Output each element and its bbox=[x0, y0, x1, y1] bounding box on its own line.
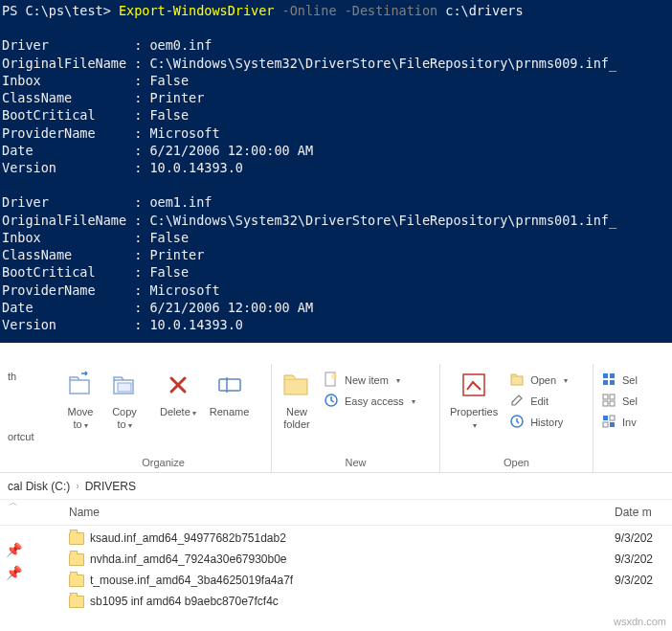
ps-flags: -Online -Destination bbox=[274, 3, 445, 18]
new-folder-button[interactable]: New folder bbox=[276, 366, 318, 433]
list-item[interactable]: sb1095 inf amd64 b9aebc870e7fcf4c bbox=[69, 591, 672, 612]
folder-icon bbox=[69, 575, 84, 587]
svg-rect-0 bbox=[70, 380, 89, 394]
group-new: New folder New item▾ Easy access▾ New bbox=[272, 364, 440, 472]
svg-rect-17 bbox=[610, 394, 615, 399]
rename-button[interactable]: Rename bbox=[204, 366, 256, 420]
new-folder-icon bbox=[281, 370, 312, 400]
ps-arg: c:\drivers bbox=[445, 3, 523, 18]
group-organize: Move to▾ Copy to▾ Delete▾ Rename bbox=[56, 364, 272, 472]
folder-icon bbox=[69, 532, 84, 545]
properties-icon bbox=[459, 370, 489, 400]
output-line: OriginalFileName : C:\Windows\System32\D… bbox=[2, 213, 616, 228]
watermark: wsxdn.com bbox=[614, 616, 666, 627]
svg-rect-18 bbox=[603, 401, 608, 406]
invert-selection-button[interactable]: Inv bbox=[597, 412, 641, 433]
breadcrumb[interactable]: cal Disk (C:) › DRIVERS bbox=[0, 473, 672, 500]
select-all-icon bbox=[601, 372, 616, 389]
output-line: Inbox : False bbox=[2, 230, 189, 245]
move-to-icon bbox=[65, 370, 96, 400]
output-line: Version : 10.0.14393.0 bbox=[2, 317, 243, 332]
new-item-button[interactable]: New item▾ bbox=[320, 370, 419, 391]
svg-rect-2 bbox=[118, 383, 131, 392]
svg-rect-14 bbox=[603, 380, 608, 385]
caret-up-icon[interactable]: ︿ bbox=[2, 496, 25, 509]
powershell-console: PS C:\ps\test> Export-WindowsDriver -Onl… bbox=[0, 0, 672, 343]
group-open: Properties▾ Open▾ Edit History Open bbox=[440, 364, 594, 472]
svg-rect-12 bbox=[603, 373, 608, 378]
list-item[interactable]: nvhda.inf_amd64_7924a30e67930b0e 9/3/202 bbox=[69, 549, 672, 570]
svg-rect-5 bbox=[284, 379, 307, 394]
easy-access-button[interactable]: Easy access▾ bbox=[320, 391, 419, 412]
output-line: ClassName : Printer bbox=[2, 247, 204, 262]
svg-point-7 bbox=[331, 373, 337, 379]
ps-prompt: PS C:\ps\test> bbox=[2, 3, 119, 18]
output-line: ProviderName : Microsoft bbox=[2, 125, 220, 141]
folder-icon bbox=[69, 553, 84, 566]
output-line: Date : 6/21/2006 12:00:00 AM bbox=[2, 300, 313, 315]
svg-rect-10 bbox=[511, 376, 523, 385]
select-none-icon bbox=[601, 393, 616, 410]
edit-button[interactable]: Edit bbox=[505, 391, 571, 412]
column-name[interactable]: Name bbox=[69, 506, 615, 519]
svg-rect-15 bbox=[610, 380, 615, 385]
column-date[interactable]: Date m bbox=[615, 506, 672, 519]
delete-button[interactable]: Delete▾ bbox=[154, 366, 202, 420]
svg-rect-23 bbox=[610, 422, 615, 427]
move-to-button[interactable]: Move to▾ bbox=[59, 366, 101, 433]
svg-rect-22 bbox=[603, 422, 608, 427]
breadcrumb-part[interactable]: DRIVERS bbox=[85, 480, 136, 493]
list-body: ksaud.inf_amd64_94977682b751dab2 9/3/202… bbox=[0, 526, 672, 612]
select-all-button[interactable]: Sel bbox=[597, 370, 641, 391]
history-icon bbox=[509, 414, 525, 431]
output-line: Driver : oem0.inf bbox=[2, 37, 212, 53]
copy-to-icon bbox=[109, 370, 140, 400]
folder-icon bbox=[69, 596, 84, 608]
svg-rect-3 bbox=[219, 379, 240, 391]
open-icon bbox=[509, 372, 525, 389]
pin-icon[interactable]: 📌 bbox=[2, 538, 25, 561]
select-none-button[interactable]: Sel bbox=[597, 391, 641, 412]
invert-icon bbox=[601, 414, 616, 431]
history-button[interactable]: History bbox=[505, 412, 571, 433]
file-list: ︿ 📌 📌 Name Date m ksaud.inf_amd64_949776… bbox=[0, 500, 672, 612]
list-item[interactable]: ksaud.inf_amd64_94977682b751dab2 9/3/202 bbox=[69, 528, 672, 549]
output-line: Date : 6/21/2006 12:00:00 AM bbox=[2, 143, 313, 158]
edit-icon bbox=[509, 393, 525, 410]
svg-rect-16 bbox=[603, 394, 608, 399]
copy-to-button[interactable]: Copy to▾ bbox=[103, 366, 146, 433]
output-line: Driver : oem1.inf bbox=[2, 194, 212, 210]
explorer-ribbon: th ortcut Move to▾ Copy to▾ D bbox=[0, 364, 672, 473]
chevron-right-icon: › bbox=[76, 481, 78, 491]
properties-button[interactable]: Properties▾ bbox=[444, 366, 504, 433]
new-item-icon bbox=[324, 372, 339, 389]
delete-icon bbox=[163, 370, 193, 400]
output-line: BootCritical : False bbox=[2, 107, 189, 123]
svg-rect-21 bbox=[610, 416, 615, 420]
pin-icon[interactable]: 📌 bbox=[2, 561, 25, 584]
list-item[interactable]: t_mouse.inf_amd64_3ba4625019fa4a7f 9/3/2… bbox=[69, 570, 672, 591]
svg-rect-9 bbox=[463, 374, 484, 395]
easy-access-icon bbox=[324, 393, 339, 410]
svg-rect-20 bbox=[603, 416, 608, 420]
svg-rect-19 bbox=[610, 401, 615, 406]
output-line: Version : 10.0.14393.0 bbox=[2, 160, 243, 175]
breadcrumb-part[interactable]: cal Disk (C:) bbox=[8, 480, 70, 493]
output-line: Inbox : False bbox=[2, 73, 189, 88]
quick-access-column: ︿ 📌 📌 bbox=[2, 496, 25, 584]
list-header[interactable]: Name Date m bbox=[0, 500, 672, 526]
ribbon-left-cut: th ortcut bbox=[0, 364, 56, 472]
output-line: OriginalFileName : C:\Windows\System32\D… bbox=[2, 56, 616, 71]
output-line: BootCritical : False bbox=[2, 264, 189, 280]
rename-icon bbox=[214, 370, 245, 400]
ps-cmdlet: Export-WindowsDriver bbox=[119, 3, 275, 18]
svg-rect-13 bbox=[610, 373, 615, 378]
output-line: ClassName : Printer bbox=[2, 90, 204, 105]
open-button[interactable]: Open▾ bbox=[505, 370, 571, 391]
output-line: ProviderName : Microsoft bbox=[2, 282, 220, 298]
group-select: Sel Sel Inv bbox=[594, 364, 672, 472]
gap bbox=[0, 343, 672, 364]
